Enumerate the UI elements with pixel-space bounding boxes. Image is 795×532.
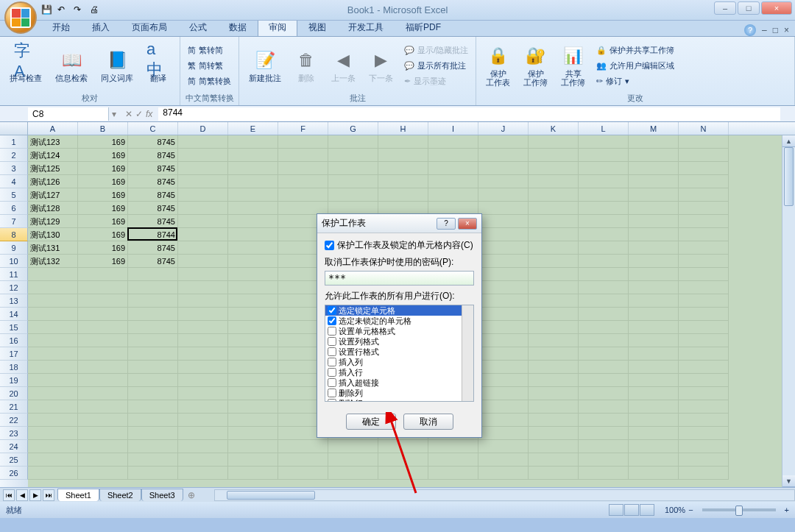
- row-header[interactable]: 24: [0, 440, 28, 453]
- cell[interactable]: [579, 188, 629, 202]
- cell[interactable]: [629, 321, 679, 334]
- cell[interactable]: [228, 188, 278, 202]
- cell[interactable]: 8745: [128, 135, 178, 149]
- row-header[interactable]: 8: [0, 228, 28, 241]
- cell[interactable]: [679, 361, 729, 374]
- cell[interactable]: [178, 228, 228, 241]
- permission-item[interactable]: 插入行: [325, 367, 473, 377]
- cell[interactable]: [378, 162, 428, 175]
- cell[interactable]: [378, 175, 428, 188]
- cell[interactable]: [278, 467, 328, 480]
- cell[interactable]: 测试131: [28, 241, 78, 255]
- cell[interactable]: [128, 281, 178, 294]
- cell[interactable]: [128, 387, 178, 400]
- cell[interactable]: 169: [78, 175, 128, 188]
- permission-item[interactable]: 选定未锁定的单元格: [325, 316, 473, 326]
- permission-checkbox[interactable]: [328, 327, 336, 336]
- cell[interactable]: [478, 321, 529, 334]
- cell[interactable]: [579, 308, 629, 321]
- cell[interactable]: [679, 202, 729, 215]
- cell[interactable]: [478, 202, 529, 215]
- cell[interactable]: [28, 374, 78, 387]
- cell[interactable]: [128, 400, 178, 414]
- cell[interactable]: [679, 334, 729, 347]
- cell[interactable]: [529, 347, 579, 361]
- cell[interactable]: [629, 268, 679, 281]
- cell[interactable]: 169: [78, 228, 128, 241]
- cell[interactable]: [178, 294, 228, 308]
- cell[interactable]: [128, 347, 178, 361]
- column-header[interactable]: A: [28, 122, 78, 135]
- cell[interactable]: [529, 162, 579, 175]
- cell[interactable]: [478, 414, 529, 427]
- cell[interactable]: [579, 202, 629, 215]
- row-header[interactable]: 5: [0, 188, 28, 202]
- cell[interactable]: [78, 361, 128, 374]
- cell[interactable]: [579, 414, 629, 427]
- cell[interactable]: [28, 467, 78, 480]
- cell[interactable]: [428, 453, 478, 467]
- formula-input[interactable]: 8744: [158, 107, 780, 121]
- cell[interactable]: [478, 294, 529, 308]
- cell[interactable]: [228, 215, 278, 228]
- cell[interactable]: 8744: [128, 228, 178, 241]
- cell[interactable]: [478, 215, 529, 228]
- cell[interactable]: [178, 135, 228, 149]
- cell[interactable]: [679, 414, 729, 427]
- column-header[interactable]: G: [328, 122, 378, 135]
- row-header[interactable]: 14: [0, 308, 28, 321]
- cell[interactable]: [278, 175, 328, 188]
- permission-checkbox[interactable]: [328, 378, 336, 387]
- row-header[interactable]: 18: [0, 361, 28, 374]
- cell[interactable]: 169: [78, 162, 128, 175]
- cell[interactable]: [78, 387, 128, 400]
- cell[interactable]: [679, 215, 729, 228]
- cell[interactable]: [128, 361, 178, 374]
- cell[interactable]: [428, 467, 478, 480]
- cell[interactable]: [478, 374, 529, 387]
- cell[interactable]: [679, 400, 729, 414]
- cell[interactable]: [679, 387, 729, 400]
- undo-icon[interactable]: ↶: [57, 4, 69, 16]
- row-header[interactable]: 21: [0, 400, 28, 414]
- cell[interactable]: [328, 453, 378, 467]
- cell[interactable]: [579, 347, 629, 361]
- cell[interactable]: [28, 427, 78, 440]
- cell[interactable]: [478, 149, 529, 162]
- row-header[interactable]: 15: [0, 321, 28, 334]
- scroll-up-icon[interactable]: ▲: [782, 135, 795, 147]
- cell[interactable]: [278, 440, 328, 453]
- page-layout-button[interactable]: [624, 504, 639, 516]
- cell[interactable]: 测试126: [28, 175, 78, 188]
- row-header[interactable]: 25: [0, 453, 28, 467]
- cell[interactable]: [529, 400, 579, 414]
- thesaurus-button[interactable]: 📘同义词库: [96, 46, 138, 85]
- cell[interactable]: [78, 347, 128, 361]
- cell[interactable]: [579, 467, 629, 480]
- cell[interactable]: [478, 387, 529, 400]
- cell[interactable]: [629, 467, 679, 480]
- ribbon-close-icon[interactable]: ×: [784, 25, 789, 35]
- cell[interactable]: [679, 149, 729, 162]
- spelling-button[interactable]: 字A拼写检查: [4, 46, 47, 85]
- cell[interactable]: 169: [78, 135, 128, 149]
- cell[interactable]: [529, 228, 579, 241]
- row-header[interactable]: 13: [0, 294, 28, 308]
- new-comment-button[interactable]: 📝新建批注: [244, 46, 286, 85]
- protect-contents-input[interactable]: [325, 241, 334, 250]
- cell[interactable]: 8745: [128, 215, 178, 228]
- cell[interactable]: [629, 202, 679, 215]
- cell[interactable]: [178, 361, 228, 374]
- tab-developer[interactable]: 开发工具: [337, 18, 395, 36]
- hscroll-thumb[interactable]: [227, 491, 315, 500]
- sheet-tab-1[interactable]: Sheet1: [57, 489, 99, 501]
- cell[interactable]: [378, 188, 428, 202]
- cell[interactable]: [679, 294, 729, 308]
- cell[interactable]: [28, 294, 78, 308]
- cell[interactable]: [478, 427, 529, 440]
- cell[interactable]: [228, 202, 278, 215]
- cell[interactable]: [579, 374, 629, 387]
- column-header[interactable]: C: [128, 122, 178, 135]
- cell[interactable]: [178, 414, 228, 427]
- sheet-prev-icon[interactable]: ◀: [16, 489, 28, 501]
